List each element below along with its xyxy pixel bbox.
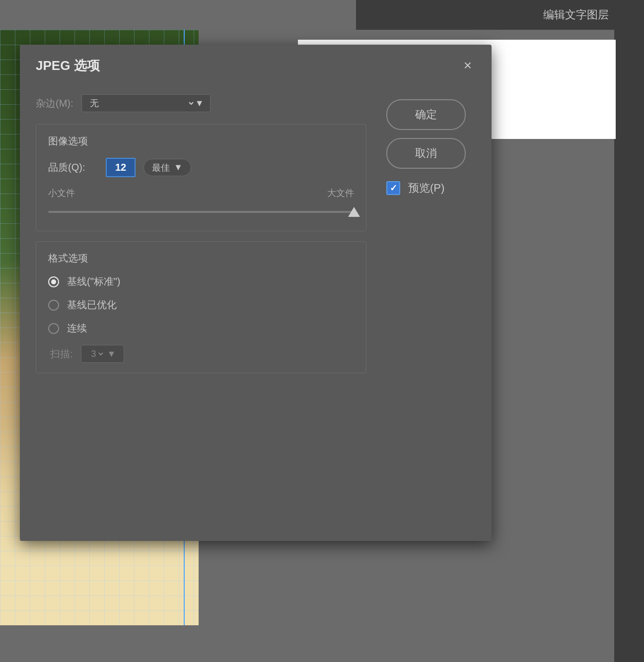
quality-preset-wrapper[interactable]: 低 中 高 最佳 ▼ <box>143 159 191 176</box>
radio-row-baseline-standard: 基线("标准") <box>48 275 354 288</box>
slider-labels: 小文件 大文件 <box>48 187 354 199</box>
quality-label: 品质(Q): <box>48 161 98 174</box>
matte-dropdown-icon: ▼ <box>195 98 204 109</box>
small-file-label: 小文件 <box>48 187 75 199</box>
radio-row-progressive: 连续 <box>48 322 354 335</box>
scan-label: 扫描: <box>50 347 73 361</box>
top-bar: 编辑文字图层 ➕ <box>356 0 644 30</box>
scan-select-wrapper[interactable]: 3 4 5 ▼ <box>81 345 125 363</box>
dialog-title: JPEG 选项 <box>36 57 100 74</box>
radio-row-baseline-optimized: 基线已优化 <box>48 298 354 312</box>
close-button[interactable]: × <box>460 57 476 74</box>
top-bar-title: 编辑文字图层 <box>543 7 609 22</box>
quality-input[interactable] <box>106 158 136 177</box>
ok-button[interactable]: 确定 <box>386 99 466 130</box>
preview-row: ✓ 预览(P) <box>386 181 476 196</box>
radio-label-baseline-standard: 基线("标准") <box>67 275 121 288</box>
dialog-titlebar: JPEG 选项 × <box>20 45 492 84</box>
checkbox-check-icon: ✓ <box>390 183 397 194</box>
matte-label: 杂边(M): <box>36 97 73 110</box>
dialog-body: 杂边(M): 无 白色 黑色 灰色 ▼ 图像选项 品质(Q): <box>20 84 492 383</box>
matte-select[interactable]: 无 白色 黑色 灰色 <box>88 98 195 109</box>
quality-preset-dropdown-icon: ▼ <box>174 162 183 173</box>
quality-row: 品质(Q): 低 中 高 最佳 ▼ <box>48 158 354 177</box>
slider-track <box>48 211 354 213</box>
quality-slider-section: 小文件 大文件 <box>48 187 354 221</box>
scan-dropdown-icon: ▼ <box>107 349 116 359</box>
quality-preset-select[interactable]: 低 中 高 最佳 <box>152 163 170 173</box>
matte-row: 杂边(M): 无 白色 黑色 灰色 ▼ <box>36 94 366 112</box>
preview-label: 预览(P) <box>408 181 444 196</box>
quality-slider-container[interactable] <box>48 203 354 221</box>
format-options-section: 格式选项 基线("标准") 基线已优化 连续 扫 <box>36 241 366 373</box>
image-options-section: 图像选项 品质(Q): 低 中 高 最佳 ▼ <box>36 124 366 231</box>
radio-label-baseline-optimized: 基线已优化 <box>67 298 117 312</box>
radio-baseline-standard[interactable] <box>48 276 59 287</box>
preview-checkbox[interactable]: ✓ <box>386 181 400 195</box>
radio-label-progressive: 连续 <box>67 322 87 335</box>
large-file-label: 大文件 <box>327 187 354 199</box>
cancel-button[interactable]: 取消 <box>386 138 466 169</box>
dialog-left-column: 杂边(M): 无 白色 黑色 灰色 ▼ 图像选项 品质(Q): <box>36 94 366 373</box>
right-panel <box>614 0 644 662</box>
scan-row: 扫描: 3 4 5 ▼ <box>48 345 354 363</box>
scan-select[interactable]: 3 4 5 <box>89 348 105 359</box>
slider-thumb[interactable] <box>348 207 360 217</box>
format-options-title: 格式选项 <box>48 252 354 265</box>
matte-select-wrapper[interactable]: 无 白色 黑色 灰色 ▼ <box>81 94 211 112</box>
image-options-title: 图像选项 <box>48 134 354 148</box>
radio-progressive[interactable] <box>48 323 59 334</box>
dialog-right-column: 确定 取消 ✓ 预览(P) <box>386 94 476 373</box>
jpeg-options-dialog: JPEG 选项 × 杂边(M): 无 白色 黑色 灰色 ▼ <box>20 45 492 541</box>
radio-baseline-optimized[interactable] <box>48 300 59 311</box>
